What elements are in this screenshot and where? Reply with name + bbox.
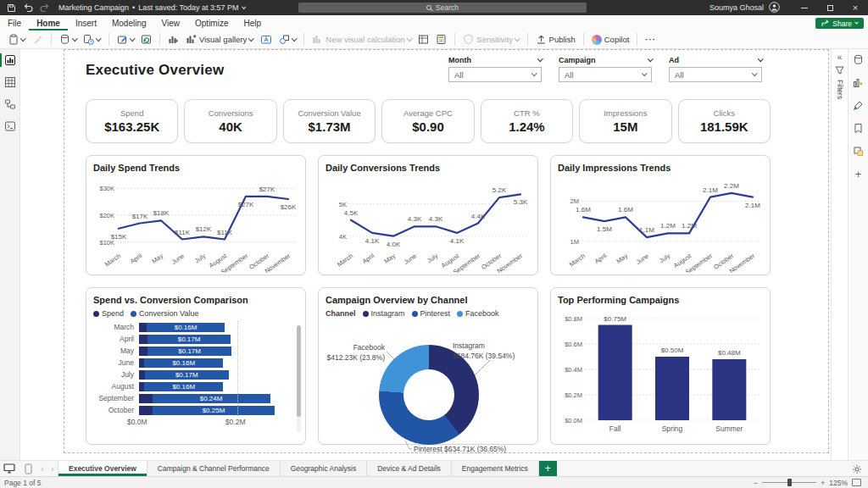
paste-button[interactable]	[5, 31, 29, 48]
visual-campaign-overview-by-channel[interactable]: Campaign Overview by Channel Channel Ins…	[318, 287, 538, 445]
daily-spend-line-chart: $10K$20K$30KMarchAprilMayJuneJulyAugustS…	[93, 175, 300, 273]
slicer-ad[interactable]: Ad All	[669, 54, 762, 82]
visual-top-performing-campaigns[interactable]: Top Performing Campaigns $0.0M$0.2M$0.4M…	[550, 287, 771, 445]
document-title[interactable]: Marketing Campaign • Last saved: Today a…	[58, 3, 245, 12]
table-view-button[interactable]	[0, 71, 20, 93]
tab-campaign-channel-performance[interactable]: Campaign & Channel Performance	[147, 461, 281, 476]
search-input[interactable]: Search	[298, 3, 587, 13]
svg-text:March: March	[103, 252, 122, 268]
visual-daily-conversions-trends[interactable]: Daily Conversions Trends 4K5KMarchAprilM…	[318, 155, 538, 275]
mobile-layout-icon[interactable]	[19, 461, 37, 476]
slicer-month-dropdown[interactable]: All	[448, 67, 542, 82]
chevron-down-icon[interactable]	[648, 56, 653, 61]
visual-daily-impressions-trends[interactable]: Daily Impressions Trends 1M2MMarchAprilM…	[550, 155, 771, 275]
report-view-button[interactable]	[0, 49, 20, 71]
scrollbar-thumb[interactable]	[297, 325, 301, 417]
dax-query-view-button[interactable]	[0, 115, 20, 137]
minimize-button[interactable]	[792, 0, 817, 15]
data-pane-icon[interactable]	[851, 52, 866, 67]
visual-daily-spend-trends[interactable]: Daily Spend Trends $10K$20K$30KMarchApri…	[86, 155, 306, 275]
chevron-down-icon[interactable]	[758, 56, 763, 61]
menu-insert[interactable]: Insert	[68, 15, 104, 30]
refresh-button[interactable]	[137, 31, 155, 48]
close-button[interactable]: ×	[843, 0, 868, 15]
publish-label: Publish	[549, 35, 576, 44]
svg-text:$26K: $26K	[281, 203, 297, 211]
zoom-out-button[interactable]: −	[754, 479, 758, 487]
stacked-bar-row[interactable]: July$0.17M	[93, 369, 298, 380]
recent-sources-button[interactable]	[80, 31, 104, 48]
stacked-bar-row[interactable]: June$0.16M	[93, 357, 298, 369]
kpi-card-average-cpc[interactable]: Average CPC$0.90	[381, 99, 474, 143]
stacked-bar-row[interactable]: September$0.24M	[93, 392, 298, 404]
menu-help[interactable]: Help	[236, 15, 269, 30]
kpi-value: $1.73M	[309, 119, 351, 134]
kpi-card-ctr[interactable]: CTR %1.24%	[481, 99, 573, 143]
chevron-down-icon[interactable]	[537, 56, 542, 61]
shapes-button[interactable]	[275, 31, 300, 48]
svg-text:June: June	[635, 252, 650, 266]
save-icon[interactable]	[7, 3, 16, 13]
build-visual-pane-icon[interactable]	[851, 75, 866, 90]
bookmarks-pane-icon[interactable]	[851, 120, 866, 136]
chart-title: Top Performing Campaigns	[558, 295, 763, 307]
menu-modeling[interactable]: Modeling	[104, 15, 154, 30]
slicer-month[interactable]: Month All	[448, 54, 542, 82]
redo-button	[40, 3, 50, 13]
menu-optimize[interactable]: Optimize	[187, 15, 236, 30]
stacked-bar-row[interactable]: October$0.25M	[93, 404, 298, 416]
account-avatar[interactable]	[769, 2, 780, 14]
filter-funnel-icon[interactable]	[835, 66, 844, 75]
add-page-button[interactable]: +	[539, 461, 557, 476]
zoom-slider-thumb[interactable]	[787, 479, 792, 486]
menu-file[interactable]: File	[0, 15, 29, 30]
svg-text:5.2K: 5.2K	[492, 186, 507, 194]
add-pane-icon[interactable]: +	[851, 166, 866, 181]
maximize-button[interactable]	[817, 0, 843, 15]
stacked-bar-row[interactable]: April$0.17M	[93, 333, 298, 345]
zoom-slider[interactable]	[762, 482, 816, 483]
zoom-in-button[interactable]: +	[821, 479, 825, 487]
slicer-campaign-dropdown[interactable]: All	[559, 67, 652, 82]
copilot-button[interactable]: Copilot	[588, 31, 633, 48]
slicer-campaign[interactable]: Campaign All	[559, 54, 652, 82]
quick-measure-button[interactable]	[432, 31, 450, 48]
new-visual-button[interactable]	[164, 31, 182, 48]
selection-pane-icon[interactable]	[851, 143, 866, 158]
stacked-bar-row[interactable]: May$0.17M	[93, 345, 298, 357]
menu-home[interactable]: Home	[29, 15, 68, 30]
text-box-button[interactable]: A	[257, 31, 275, 48]
menu-view[interactable]: View	[154, 15, 188, 30]
new-measure-button[interactable]	[415, 31, 432, 48]
transform-data-button[interactable]	[114, 31, 138, 48]
visual-gallery-button[interactable]: Visual gallery	[182, 31, 257, 48]
format-pane-icon[interactable]	[851, 97, 866, 113]
publish-button[interactable]: Publish	[532, 31, 579, 48]
more-options-button[interactable]: ···	[642, 31, 659, 48]
kpi-label: Clicks	[714, 108, 735, 118]
kpi-card-spend[interactable]: Spend$163.25K	[86, 99, 178, 143]
desktop-layout-icon[interactable]	[0, 461, 19, 476]
kpi-card-clicks[interactable]: Clicks181.59K	[678, 99, 771, 143]
stacked-bar-row[interactable]: August$0.16M	[93, 380, 298, 392]
expand-filters-chevron-icon[interactable]: «	[837, 53, 843, 62]
tab-geographic-analysis[interactable]: Geographic Analysis	[281, 461, 368, 476]
view-switcher-rail	[0, 49, 20, 460]
stacked-bar-row[interactable]: March$0.16M	[93, 321, 298, 333]
previous-page-arrow: ‹	[37, 461, 47, 476]
tab-executive-overview[interactable]: Executive Overview	[58, 461, 147, 476]
kpi-card-conversions[interactable]: Conversions40K	[184, 99, 276, 143]
report-page[interactable]: Executive Overview Month All Campaign Al…	[64, 49, 829, 453]
share-button[interactable]: Share	[815, 18, 864, 29]
model-view-button[interactable]	[0, 93, 20, 115]
get-data-button[interactable]	[56, 31, 81, 48]
undo-button[interactable]	[23, 3, 33, 13]
visual-spend-vs-conversion[interactable]: Spend vs. Conversion Comparison Spend Co…	[86, 287, 306, 445]
visual-scrollbar[interactable]	[297, 325, 301, 432]
tab-device-ad-details[interactable]: Device & Ad Details	[367, 461, 452, 476]
kpi-card-conversion-value[interactable]: Conversion Value$1.73M	[283, 99, 376, 143]
slicer-ad-dropdown[interactable]: All	[669, 67, 762, 82]
fit-to-page-icon[interactable]	[852, 479, 861, 486]
tab-engagement-metrics[interactable]: Engagement Metrics	[452, 461, 539, 476]
kpi-card-impressions[interactable]: Impressions15M	[579, 99, 671, 143]
